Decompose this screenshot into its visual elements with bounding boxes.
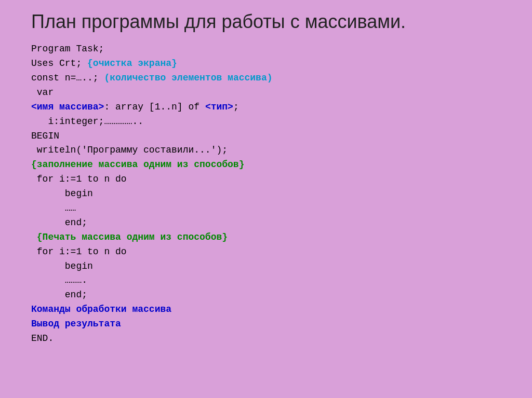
code-line-3: const n=…..; (количество элементов масси… [31,71,501,86]
code-line-17: ………. [31,273,501,288]
page: План программы для работы с массивами. P… [0,0,532,398]
code-line-16: begin [31,259,501,274]
code-line-10: for i:=1 to n do [31,172,501,187]
code-line-14: {Печать массива одним из способов} [31,230,501,245]
code-line-7: BEGIN [31,129,501,144]
code-line-11: begin [31,187,501,201]
code-line-20: Вывод результата [31,317,501,332]
code-line-12: …… [31,201,501,216]
code-line-18: end; [31,288,501,303]
code-line-2: Uses Crt; {очистка экрана} [31,57,501,71]
code-line-5: <имя массива>: array [1..n] of <тип>; [31,100,501,115]
code-line-19: Команды обработки массива [31,303,501,317]
code-line-8: writeln('Программу составили...'); [31,143,501,158]
code-line-6: i:integer;…………….. [31,115,501,129]
code-block: Program Task; Uses Crt; {очистка экрана}… [31,42,501,346]
page-title: План программы для работы с массивами. [31,10,501,33]
code-line-1: Program Task; [31,42,501,57]
code-line-4: var [31,86,501,100]
code-line-13: end; [31,216,501,230]
code-line-9: {заполнение массива одним из способов} [31,158,501,172]
code-line-15: for i:=1 to n do [31,245,501,259]
code-line-21: END. [31,332,501,346]
